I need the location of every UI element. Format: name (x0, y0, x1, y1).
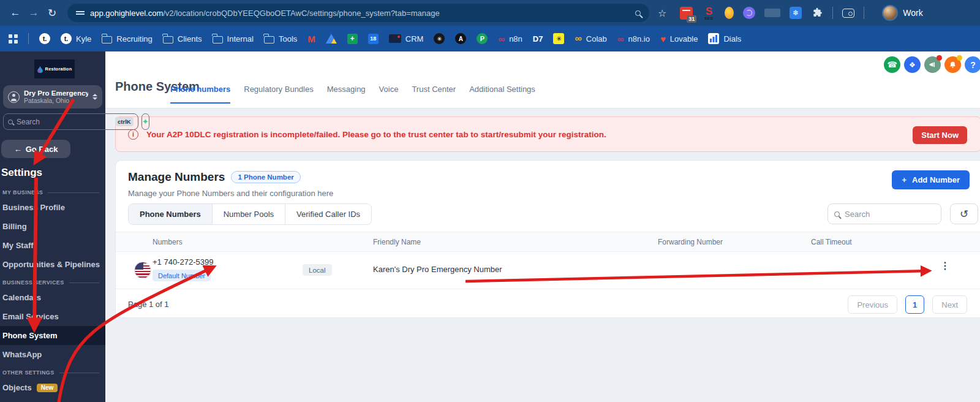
bookmark-folder[interactable]: Internal (213, 34, 254, 44)
purple-extension-icon[interactable] (743, 7, 755, 19)
snowflake-extension-icon[interactable]: ❄ (790, 7, 802, 19)
launchpad-icon[interactable]: ❖ (904, 56, 921, 73)
sidebar-item-whatsapp[interactable]: WhatsApp (0, 345, 105, 364)
tab-voice[interactable]: Voice (379, 85, 399, 104)
tab-regulatory-bundles[interactable]: Regulatory Bundles (244, 85, 313, 104)
calendar-extension-icon[interactable]: 31 (680, 7, 693, 20)
bookmark-item[interactable]: ∞n8n (498, 34, 522, 44)
sheets-icon: + (347, 34, 358, 44)
bookmark-folder[interactable]: Clients (163, 34, 202, 44)
tab-trust-center[interactable]: Trust Center (412, 85, 456, 104)
section-label-business-services: BUSINESS SERVICES (0, 274, 105, 288)
sidebar-item-business-profile[interactable]: Business Profile (0, 198, 105, 217)
bookmark-item[interactable]: ♥Lovable (660, 34, 698, 44)
bookmark-item[interactable]: 18 (368, 34, 379, 44)
chevron-up-down-icon (92, 94, 97, 100)
reload-icon[interactable]: ↻ (43, 7, 61, 20)
faded-extension-icon[interactable] (764, 9, 780, 17)
bookmark-item[interactable]: ✳ (553, 33, 564, 44)
url-path: /v2/location/crobQDbYEEQGboOETAwC/settin… (163, 9, 440, 18)
bookmark-folder[interactable]: Tools (264, 34, 297, 44)
asterisk-icon: ✳ (553, 33, 564, 44)
folder-icon (102, 36, 112, 44)
phone-dialer-icon[interactable]: ☎ (884, 56, 900, 73)
seo-extension-icon[interactable]: SSEO (702, 6, 715, 20)
row-actions-menu-icon[interactable]: ⋮ (940, 260, 950, 271)
url-domain: app.gohighlevel.com (90, 9, 163, 18)
browser-profile[interactable]: Work (882, 5, 922, 21)
site-info-icon[interactable] (76, 9, 85, 17)
settings-sidebar: Restoration Dry Pro Emergency Pataskala,… (0, 51, 105, 402)
dials-icon (708, 33, 719, 44)
sidebar-item-calendars[interactable]: Calendars (0, 288, 105, 307)
bookmark-item[interactable]: t.Kyle (61, 33, 91, 44)
sidebar-item-my-staff[interactable]: My Staff (0, 236, 105, 255)
current-page-button[interactable]: 1 (905, 295, 924, 314)
gmail-icon: M (307, 34, 315, 44)
announcements-icon[interactable] (924, 56, 941, 73)
sidebar-item-opportunities-pipelines[interactable]: Opportunities & Pipelines (0, 255, 105, 274)
sidebar-item-objects[interactable]: ObjectsNew (0, 378, 105, 397)
bookmark-item[interactable]: M (307, 34, 315, 44)
sidebar-item-billing[interactable]: Billing (0, 217, 105, 236)
orange-extension-icon[interactable] (725, 7, 734, 19)
bookmark-item[interactable]: ∞n8n.io (617, 34, 650, 44)
bookmark-item[interactable] (326, 34, 337, 44)
bookmark-item[interactable]: + (347, 34, 358, 44)
url-text[interactable]: app.gohighlevel.com/v2/location/crobQDbY… (90, 9, 630, 18)
segment-number-pools[interactable]: Number Pools (213, 204, 285, 224)
bookmark-item[interactable]: ∞Colab (575, 34, 606, 44)
bookmark-item[interactable]: D7 (533, 34, 543, 44)
sidebar-item-phone-system[interactable]: Phone System (0, 326, 105, 345)
forward-icon[interactable]: → (24, 7, 43, 19)
location-pin-icon (8, 91, 20, 103)
ai-assistant-button[interactable]: ✦ (141, 113, 149, 130)
tab-search-icon[interactable] (842, 9, 854, 18)
pagination-bar: Page 1 of 1 Previous 1 Next (116, 289, 980, 319)
segment-verified-caller-ids[interactable]: Verified Caller IDs (285, 204, 371, 224)
shortcut-badge: ctrlK (115, 117, 134, 126)
search-icon[interactable] (635, 10, 641, 16)
numbers-segmented-tabs: Phone Numbers Number Pools Verified Call… (128, 203, 372, 225)
numbers-search-field[interactable] (845, 210, 935, 219)
bookmark-item[interactable]: A (455, 33, 466, 44)
sidebar-search-input[interactable]: ctrlK (3, 113, 138, 130)
add-number-button[interactable]: +Add Number (892, 170, 970, 189)
back-arrow-icon: ← (14, 145, 22, 154)
tab-phone-numbers[interactable]: Phone numbers (170, 85, 230, 104)
go-back-button[interactable]: ←Go Back (1, 140, 70, 158)
lovable-icon: ♥ (660, 34, 666, 44)
segment-phone-numbers[interactable]: Phone Numbers (129, 204, 213, 224)
sidebar-item-email-services[interactable]: Email Services (0, 307, 105, 326)
back-icon[interactable]: ← (6, 7, 24, 19)
extensions-row: 31 SSEO ❄ Work (680, 5, 922, 21)
extensions-puzzle-icon[interactable] (811, 7, 823, 19)
previous-page-button[interactable]: Previous (848, 295, 897, 314)
bookmark-item[interactable]: ✳ (434, 33, 445, 44)
location-switcher[interactable]: Dry Pro Emergency Pataskala, Ohio (3, 85, 102, 108)
bookmark-item[interactable]: P (477, 33, 488, 44)
section-label-other-settings: OTHER SETTINGS (0, 364, 105, 378)
letter-p-icon: P (477, 33, 488, 44)
bookmark-item[interactable]: t. (39, 33, 50, 44)
refresh-button[interactable]: ↺ (950, 203, 978, 224)
address-bar[interactable]: app.gohighlevel.com/v2/location/crobQDbY… (67, 4, 649, 22)
column-call-timeout: Call Timeout (811, 238, 852, 246)
start-now-button[interactable]: Start Now (913, 126, 967, 144)
bookmark-item[interactable]: Dials (708, 33, 741, 44)
search-field[interactable] (17, 118, 111, 126)
help-icon[interactable]: ? (965, 56, 980, 73)
numbers-search-box[interactable] (827, 203, 941, 224)
bookmark-star-icon[interactable]: ☆ (658, 7, 666, 19)
notifications-bell-icon[interactable] (944, 56, 961, 73)
extension-badge: 31 (687, 15, 696, 23)
tab-messaging[interactable]: Messaging (327, 85, 366, 104)
bookmark-folder[interactable]: Recruiting (102, 34, 153, 44)
tab-additional-settings[interactable]: Additional Settings (469, 85, 535, 104)
header-action-icons: ☎ ❖ ? (884, 56, 980, 73)
bookmark-item[interactable]: CRM (389, 34, 424, 44)
location-name: Dry Pro Emergency (24, 89, 88, 97)
n8n-icon: ∞ (617, 34, 624, 44)
apps-grid-icon[interactable] (9, 34, 18, 44)
next-page-button[interactable]: Next (932, 295, 967, 314)
